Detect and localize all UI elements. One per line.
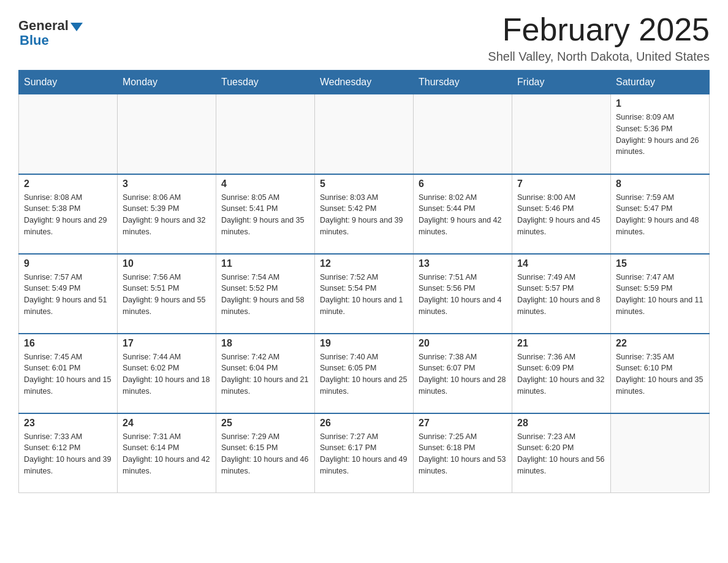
table-row: 8Sunrise: 7:59 AMSunset: 5:47 PMDaylight… [611,174,710,254]
day-number: 8 [616,178,704,190]
table-row: 12Sunrise: 7:52 AMSunset: 5:54 PMDayligh… [315,254,414,334]
col-tuesday: Tuesday [216,71,315,94]
table-row: 2Sunrise: 8:08 AMSunset: 5:38 PMDaylight… [19,174,118,254]
logo-triangle-icon [70,23,83,31]
table-row: 20Sunrise: 7:38 AMSunset: 6:07 PMDayligh… [414,334,512,413]
subtitle: Shell Valley, North Dakota, United State… [488,50,710,64]
table-row: 11Sunrise: 7:54 AMSunset: 5:52 PMDayligh… [216,254,315,334]
table-row: 13Sunrise: 7:51 AMSunset: 5:56 PMDayligh… [414,254,512,334]
day-info: Sunrise: 7:54 AMSunset: 5:52 PMDaylight:… [221,272,309,318]
day-number: 9 [24,258,112,269]
day-info: Sunrise: 7:51 AMSunset: 5:56 PMDaylight:… [419,272,507,318]
day-number: 11 [221,258,309,269]
day-number: 1 [616,98,704,109]
day-info: Sunrise: 7:44 AMSunset: 6:02 PMDaylight:… [123,351,211,397]
day-number: 28 [517,418,605,429]
table-row: 16Sunrise: 7:45 AMSunset: 6:01 PMDayligh… [19,334,118,413]
day-number: 14 [517,258,605,269]
day-info: Sunrise: 8:08 AMSunset: 5:38 PMDaylight:… [24,192,112,238]
day-number: 15 [616,258,704,269]
logo: General Blue [18,18,83,48]
table-row: 10Sunrise: 7:56 AMSunset: 5:51 PMDayligh… [118,254,216,334]
logo-blue-text: Blue [20,33,83,48]
day-number: 12 [320,258,408,269]
col-thursday: Thursday [414,71,512,94]
col-sunday: Sunday [19,71,118,94]
table-row [216,94,315,174]
table-row: 28Sunrise: 7:23 AMSunset: 6:20 PMDayligh… [512,413,611,493]
day-info: Sunrise: 8:05 AMSunset: 5:41 PMDaylight:… [221,192,309,238]
day-number: 27 [419,418,507,429]
table-row: 6Sunrise: 8:02 AMSunset: 5:44 PMDaylight… [414,174,512,254]
table-row [414,94,512,174]
table-row: 5Sunrise: 8:03 AMSunset: 5:42 PMDaylight… [315,174,414,254]
table-row [512,94,611,174]
day-info: Sunrise: 8:09 AMSunset: 5:36 PMDaylight:… [616,112,704,158]
table-row: 18Sunrise: 7:42 AMSunset: 6:04 PMDayligh… [216,334,315,413]
table-row: 7Sunrise: 8:00 AMSunset: 5:46 PMDaylight… [512,174,611,254]
day-number: 7 [517,178,605,190]
table-row [315,94,414,174]
day-info: Sunrise: 7:42 AMSunset: 6:04 PMDaylight:… [221,351,309,397]
day-info: Sunrise: 7:33 AMSunset: 6:12 PMDaylight:… [24,431,112,477]
day-number: 23 [24,418,112,429]
day-number: 5 [320,178,408,190]
day-number: 19 [320,338,408,349]
calendar-table: Sunday Monday Tuesday Wednesday Thursday… [18,70,710,493]
day-number: 16 [24,338,112,349]
day-number: 2 [24,178,112,190]
day-info: Sunrise: 7:49 AMSunset: 5:57 PMDaylight:… [517,272,605,318]
day-number: 25 [221,418,309,429]
day-info: Sunrise: 7:52 AMSunset: 5:54 PMDaylight:… [320,272,408,318]
table-row: 17Sunrise: 7:44 AMSunset: 6:02 PMDayligh… [118,334,216,413]
logo-general-text: General [18,18,69,33]
col-monday: Monday [118,71,216,94]
table-row: 24Sunrise: 7:31 AMSunset: 6:14 PMDayligh… [118,413,216,493]
day-info: Sunrise: 8:06 AMSunset: 5:39 PMDaylight:… [123,192,211,238]
table-row: 9Sunrise: 7:57 AMSunset: 5:49 PMDaylight… [19,254,118,334]
day-info: Sunrise: 7:35 AMSunset: 6:10 PMDaylight:… [616,351,704,397]
table-row: 23Sunrise: 7:33 AMSunset: 6:12 PMDayligh… [19,413,118,493]
day-info: Sunrise: 7:36 AMSunset: 6:09 PMDaylight:… [517,351,605,397]
table-row: 15Sunrise: 7:47 AMSunset: 5:59 PMDayligh… [611,254,710,334]
col-saturday: Saturday [611,71,710,94]
main-title: February 2025 [488,12,710,47]
day-info: Sunrise: 7:59 AMSunset: 5:47 PMDaylight:… [616,192,704,238]
day-number: 18 [221,338,309,349]
page-header: General Blue February 2025 Shell Valley,… [18,12,710,64]
day-number: 20 [419,338,507,349]
table-row: 21Sunrise: 7:36 AMSunset: 6:09 PMDayligh… [512,334,611,413]
day-number: 3 [123,178,211,190]
table-row [611,413,710,493]
table-row: 14Sunrise: 7:49 AMSunset: 5:57 PMDayligh… [512,254,611,334]
day-info: Sunrise: 7:45 AMSunset: 6:01 PMDaylight:… [24,351,112,397]
table-row [19,94,118,174]
calendar-header-row: Sunday Monday Tuesday Wednesday Thursday… [19,71,710,94]
day-info: Sunrise: 7:25 AMSunset: 6:18 PMDaylight:… [419,431,507,477]
day-info: Sunrise: 7:38 AMSunset: 6:07 PMDaylight:… [419,351,507,397]
day-info: Sunrise: 7:27 AMSunset: 6:17 PMDaylight:… [320,431,408,477]
day-number: 24 [123,418,211,429]
day-number: 17 [123,338,211,349]
day-info: Sunrise: 8:03 AMSunset: 5:42 PMDaylight:… [320,192,408,238]
day-number: 22 [616,338,704,349]
col-friday: Friday [512,71,611,94]
table-row: 1Sunrise: 8:09 AMSunset: 5:36 PMDaylight… [611,94,710,174]
day-number: 4 [221,178,309,190]
day-info: Sunrise: 7:23 AMSunset: 6:20 PMDaylight:… [517,431,605,477]
day-number: 10 [123,258,211,269]
table-row: 26Sunrise: 7:27 AMSunset: 6:17 PMDayligh… [315,413,414,493]
day-number: 13 [419,258,507,269]
day-info: Sunrise: 8:02 AMSunset: 5:44 PMDaylight:… [419,192,507,238]
day-number: 26 [320,418,408,429]
day-info: Sunrise: 8:00 AMSunset: 5:46 PMDaylight:… [517,192,605,238]
table-row [118,94,216,174]
day-number: 21 [517,338,605,349]
day-info: Sunrise: 7:56 AMSunset: 5:51 PMDaylight:… [123,272,211,318]
table-row: 27Sunrise: 7:25 AMSunset: 6:18 PMDayligh… [414,413,512,493]
day-info: Sunrise: 7:47 AMSunset: 5:59 PMDaylight:… [616,272,704,318]
day-info: Sunrise: 7:31 AMSunset: 6:14 PMDaylight:… [123,431,211,477]
table-row: 3Sunrise: 8:06 AMSunset: 5:39 PMDaylight… [118,174,216,254]
table-row: 19Sunrise: 7:40 AMSunset: 6:05 PMDayligh… [315,334,414,413]
table-row: 4Sunrise: 8:05 AMSunset: 5:41 PMDaylight… [216,174,315,254]
